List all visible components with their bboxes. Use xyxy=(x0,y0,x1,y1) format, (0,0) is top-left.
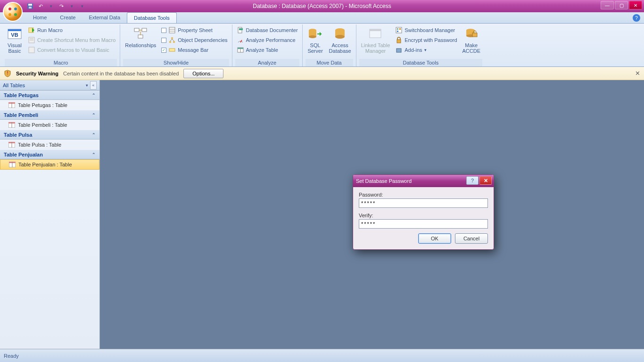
help-button[interactable]: ? xyxy=(633,14,640,22)
security-close-button[interactable]: ✕ xyxy=(635,70,640,77)
svg-rect-8 xyxy=(8,29,21,31)
dialog-titlebar[interactable]: Set Database Password ? ✕ xyxy=(353,175,494,187)
performance-icon xyxy=(237,36,244,44)
dialog-cancel-button[interactable]: Cancel xyxy=(455,233,488,244)
access-database-icon xyxy=(332,26,347,41)
svg-rect-23 xyxy=(171,37,173,39)
make-accde-button[interactable]: Make ACCDE xyxy=(461,25,483,59)
svg-rect-6 xyxy=(29,7,32,8)
nav-item-petugas[interactable]: Table Petugas : Table xyxy=(0,100,99,110)
table-icon xyxy=(9,162,16,167)
svg-line-26 xyxy=(170,39,172,41)
nav-group-pembeli[interactable]: Table Pembeli⌃ xyxy=(0,110,99,120)
group-movedata-label: Move Data xyxy=(305,59,353,66)
nav-collapse-button[interactable]: « xyxy=(90,81,97,90)
switchboard-manager-button[interactable]: Switchboard Manager xyxy=(394,25,458,35)
svg-point-40 xyxy=(335,35,345,39)
svg-rect-52 xyxy=(472,33,477,37)
documenter-icon xyxy=(237,26,244,34)
undo-dropdown-icon[interactable]: ▾ xyxy=(47,2,55,10)
verify-label: Verify: xyxy=(359,213,488,218)
sql-server-button[interactable]: SQL Server xyxy=(305,25,325,59)
visual-basic-button[interactable]: VB Visual Basic xyxy=(5,25,25,59)
dialog-help-button[interactable]: ? xyxy=(466,176,479,185)
password-label: Password: xyxy=(359,192,488,197)
office-button[interactable] xyxy=(3,2,23,22)
tab-create[interactable]: Create xyxy=(53,12,82,23)
security-warning-message: Certain content in the database has been… xyxy=(63,71,179,76)
undo-icon[interactable]: ↶ xyxy=(37,2,44,10)
addins-icon xyxy=(395,46,403,54)
svg-text:!: ! xyxy=(7,70,8,76)
group-macro-label: Macro xyxy=(5,59,117,66)
nav-item-penjualan[interactable]: Table Penjualan : Table xyxy=(0,159,99,170)
dropdown-icon: ▾ xyxy=(424,48,427,52)
property-sheet-icon xyxy=(168,26,176,34)
analyze-table-button[interactable]: Analyze Table xyxy=(235,45,299,55)
dialog-ok-button[interactable]: OK xyxy=(418,233,451,244)
database-documenter-button[interactable]: Database Documenter xyxy=(235,25,299,35)
password-input[interactable] xyxy=(359,198,488,208)
save-icon[interactable] xyxy=(26,2,34,10)
create-shortcut-menu-button: Create Shortcut Menu from Macro xyxy=(26,35,117,45)
svg-text:VB: VB xyxy=(11,32,18,38)
redo-dropdown-icon[interactable]: ▾ xyxy=(68,2,75,10)
visual-basic-label: Visual Basic xyxy=(8,42,22,54)
svg-rect-15 xyxy=(134,28,139,32)
group-macro: VB Visual Basic Run Macro Create Shortcu… xyxy=(2,25,120,66)
security-options-button[interactable]: Options... xyxy=(183,69,223,78)
accde-icon xyxy=(464,26,479,41)
navigation-pane-header[interactable]: All Tables ▾ « xyxy=(0,80,99,90)
ribbon: VB Visual Basic Run Macro Create Shortcu… xyxy=(0,24,644,67)
ribbon-tabs: Home Create External Data Database Tools… xyxy=(0,12,644,24)
access-database-button[interactable]: Access Database xyxy=(327,25,353,59)
nav-dropdown-icon[interactable]: ▾ xyxy=(86,83,88,88)
workspace: All Tables ▾ « Table Petugas⌃ Table Petu… xyxy=(0,80,644,349)
tab-external-data[interactable]: External Data xyxy=(82,12,127,23)
analyze-performance-button[interactable]: Analyze Performance xyxy=(235,35,299,45)
dialog-password: Set Database Password ? ✕ Password: Veri… xyxy=(353,174,494,250)
run-macro-button[interactable]: Run Macro xyxy=(26,25,117,35)
shield-icon: ! xyxy=(4,70,11,77)
nav-item-pulsa[interactable]: Table Pulsa : Table xyxy=(0,140,99,150)
svg-point-2 xyxy=(8,13,11,16)
property-sheet-button[interactable]: Property Sheet xyxy=(160,25,229,35)
svg-rect-48 xyxy=(396,49,401,52)
minimize-button[interactable]: — xyxy=(601,1,614,9)
qat-customize-icon[interactable]: ▾ xyxy=(78,2,86,10)
group-showhide-label: Show/Hide xyxy=(123,59,229,66)
dialog-close-button[interactable]: ✕ xyxy=(479,176,492,185)
tab-database-tools[interactable]: Database Tools xyxy=(127,12,177,23)
svg-rect-42 xyxy=(370,29,381,31)
close-button[interactable]: ✕ xyxy=(629,1,642,9)
encrypt-icon xyxy=(395,36,403,44)
svg-point-3 xyxy=(14,13,17,16)
nav-group-penjualan[interactable]: Table Penjualan⌃ xyxy=(0,150,99,159)
quick-access-toolbar: ↶ ▾ ↷ ▾ ▾ xyxy=(26,2,86,10)
relationships-button[interactable]: Relationships xyxy=(123,25,158,59)
collapse-icon: ⌃ xyxy=(92,152,96,157)
svg-rect-24 xyxy=(169,41,171,43)
svg-rect-28 xyxy=(169,49,175,51)
group-showhide: Relationships Property Sheet Object Depe… xyxy=(120,25,232,66)
navigation-pane: All Tables ▾ « Table Petugas⌃ Table Petu… xyxy=(0,80,100,349)
svg-rect-47 xyxy=(397,40,401,43)
nav-item-pembeli[interactable]: Table Pembeli : Table xyxy=(0,120,99,130)
linked-table-icon xyxy=(368,26,383,41)
nav-group-petugas[interactable]: Table Petugas⌃ xyxy=(0,90,99,100)
tab-home[interactable]: Home xyxy=(26,12,53,23)
maximize-button[interactable]: ▢ xyxy=(615,1,628,9)
dialog-body: Password: Verify: OK Cancel xyxy=(353,187,494,249)
nav-group-pulsa[interactable]: Table Pulsa⌃ xyxy=(0,130,99,140)
verify-input[interactable] xyxy=(359,219,488,229)
status-ready: Ready xyxy=(4,353,19,359)
object-dependencies-icon xyxy=(168,36,176,44)
message-bar-button[interactable]: ✓Message Bar xyxy=(160,45,229,55)
redo-icon[interactable]: ↷ xyxy=(58,2,65,10)
encrypt-password-button[interactable]: Encrypt with Password xyxy=(394,35,458,45)
collapse-icon: ⌃ xyxy=(92,113,96,117)
object-dependencies-button[interactable]: Object Dependencies xyxy=(160,35,229,45)
titlebar: ↶ ▾ ↷ ▾ ▾ Database : Database (Access 20… xyxy=(0,0,644,12)
svg-line-27 xyxy=(172,39,174,41)
addins-button[interactable]: Add-ins ▾ xyxy=(394,45,458,55)
